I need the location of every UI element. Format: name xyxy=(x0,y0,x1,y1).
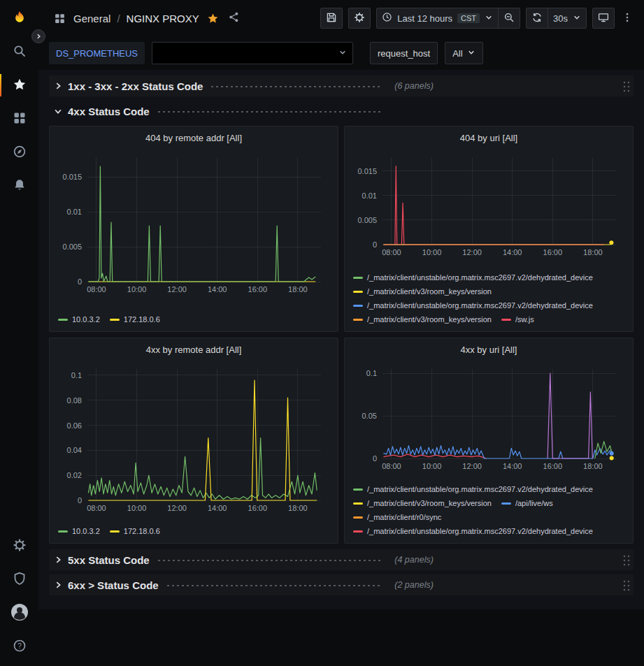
refresh-button[interactable] xyxy=(526,8,548,29)
sidebar-item-explore[interactable] xyxy=(0,136,38,169)
dashboard-settings-button[interactable] xyxy=(348,8,371,29)
refresh-interval-label: 30s xyxy=(553,13,568,24)
series-color-swatch xyxy=(501,502,511,505)
sidebar-item-profile[interactable] xyxy=(0,596,38,630)
sidebar-item-dashboards[interactable] xyxy=(0,102,38,136)
sidebar-item-help[interactable]: ? xyxy=(0,630,38,663)
legend-item[interactable]: /_matrix/client/unstable/org.matrix.msc2… xyxy=(353,271,593,284)
clock-icon xyxy=(382,12,392,24)
row-drag-handle[interactable] xyxy=(622,80,631,92)
svg-text:10:00: 10:00 xyxy=(422,462,442,470)
favorite-star-button[interactable] xyxy=(206,11,220,26)
sidebar-item-settings[interactable] xyxy=(0,529,38,563)
grafana-flame-icon xyxy=(10,10,29,30)
chart-area: 00.0050.010.01508:0010:0012:0014:0016:00… xyxy=(57,147,331,297)
legend-item[interactable]: 172.18.0.6 xyxy=(110,525,160,537)
legend-label: /_matrix/client/v3/room_keys/version xyxy=(367,497,492,509)
row-dotted-leader xyxy=(210,85,380,88)
time-range-picker[interactable]: Last 12 hours CST xyxy=(376,8,499,29)
gear-icon xyxy=(13,538,27,554)
chevron-right-icon xyxy=(35,31,42,42)
panel-title[interactable]: 4xx by remote addr [All] xyxy=(57,341,331,359)
legend-label: 172.18.0.6 xyxy=(124,313,160,326)
svg-text:16:00: 16:00 xyxy=(248,504,268,512)
dashboards-grid-icon xyxy=(52,11,67,26)
refresh-interval-picker[interactable]: 30s xyxy=(548,8,587,29)
compass-icon xyxy=(13,145,27,161)
panel-4xx-by-uri: 4xx by uri [All] 00.050.108:0010:0012:00… xyxy=(344,338,634,544)
cycle-view-mode-button[interactable] xyxy=(592,8,615,29)
panel-title[interactable]: 404 by remote addr [All] xyxy=(57,129,331,147)
sidebar-item-starred[interactable] xyxy=(0,68,38,102)
toolbar: Last 12 hours CST xyxy=(320,8,634,29)
breadcrumb-section[interactable]: General xyxy=(73,13,110,24)
datasource-select[interactable] xyxy=(152,42,353,64)
magnifier-minus-icon xyxy=(503,12,515,25)
panel-title[interactable]: 4xx by uri [All] xyxy=(352,341,626,359)
time-range-label: Last 12 hours xyxy=(397,13,452,24)
row-drag-handle[interactable] xyxy=(622,554,631,566)
legend-item[interactable]: /_matrix/client/unstable/org.matrix.msc2… xyxy=(353,525,593,537)
row-collapse-toggle[interactable] xyxy=(52,81,64,91)
zoom-out-button[interactable] xyxy=(499,8,520,29)
series-line xyxy=(383,166,603,245)
legend-item[interactable]: /_matrix/client/v3/room_keys/version xyxy=(353,285,492,298)
legend-item[interactable]: 172.18.0.6 xyxy=(110,313,160,326)
sidebar-item-server-admin[interactable] xyxy=(0,563,38,596)
dashboard-row-4xx[interactable]: 4xx Status Code xyxy=(49,101,634,122)
svg-text:12:00: 12:00 xyxy=(462,248,482,256)
svg-text:08:00: 08:00 xyxy=(382,248,401,256)
series-point xyxy=(610,451,614,456)
request-host-select[interactable]: All xyxy=(445,42,482,64)
svg-text:14:00: 14:00 xyxy=(503,248,522,256)
grid-squares-icon xyxy=(13,111,27,127)
legend-item[interactable]: /_matrix/client/r0/sync xyxy=(353,511,441,523)
series-color-swatch xyxy=(353,291,363,293)
row-collapse-toggle[interactable] xyxy=(52,555,64,565)
grafana-logo[interactable] xyxy=(0,4,38,35)
legend-label: /_matrix/client/unstable/org.matrix.msc2… xyxy=(367,525,593,537)
panel-title[interactable]: 404 by uri [All] xyxy=(352,129,626,147)
dashboard-row-6xx[interactable]: 6xx > Status Code (2 panels) xyxy=(49,574,634,595)
panel-grid: 404 by remote addr [All] 00.0050.010.015… xyxy=(49,126,634,544)
sidebar-expand-button[interactable] xyxy=(31,29,45,43)
legend-item[interactable]: /api/live/ws xyxy=(501,497,553,509)
panel-legend: /_matrix/client/unstable/org.matrix.msc2… xyxy=(352,482,626,539)
series-line xyxy=(595,442,612,458)
request-host-variable-label[interactable]: request_host xyxy=(370,42,438,64)
row-drag-handle[interactable] xyxy=(622,579,631,591)
datasource-variable-label[interactable]: DS_PROMETHEUS xyxy=(49,42,145,64)
svg-text:0.005: 0.005 xyxy=(62,242,82,251)
legend-item[interactable]: 10.0.3.2 xyxy=(58,313,100,326)
row-title: 1xx - 3xx - 2xx Status Code xyxy=(68,80,203,92)
kebab-menu-button[interactable] xyxy=(620,10,634,27)
row-collapse-toggle[interactable] xyxy=(52,580,64,590)
series-color-swatch xyxy=(353,277,363,279)
save-dashboard-button[interactable] xyxy=(320,8,343,29)
legend-label: /_matrix/client/r0/sync xyxy=(367,511,441,523)
legend-item[interactable]: 10.0.3.2 xyxy=(58,525,100,537)
grafana-app: ? General / NGINX PROXY xyxy=(0,0,644,666)
sidebar-item-alerting[interactable] xyxy=(0,169,38,203)
legend-item[interactable]: /_matrix/client/unstable/org.matrix.msc2… xyxy=(353,299,593,312)
svg-text:08:00: 08:00 xyxy=(87,504,106,512)
search-icon xyxy=(13,44,27,60)
legend-item[interactable]: /_matrix/client/v3/room_keys/version xyxy=(353,313,492,326)
row-collapse-toggle[interactable] xyxy=(52,106,64,116)
svg-text:14:00: 14:00 xyxy=(208,504,227,512)
legend-item[interactable]: /_matrix/client/unstable/org.matrix.msc2… xyxy=(353,483,593,495)
legend-item[interactable]: /_matrix/client/v3/room_keys/version xyxy=(353,497,492,509)
row-panel-count: (2 panels) xyxy=(394,580,434,590)
dashboard-row-5xx[interactable]: 5xx Status Code (4 panels) xyxy=(49,549,634,570)
dashboard-row-1xx-3xx-2xx[interactable]: 1xx - 3xx - 2xx Status Code (6 panels) xyxy=(49,75,634,96)
floppy-disk-icon xyxy=(326,12,337,25)
share-button[interactable] xyxy=(227,10,241,27)
legend-item[interactable]: /sw.js xyxy=(501,313,534,326)
gear-icon xyxy=(354,12,365,25)
side-menu: ? xyxy=(0,0,38,666)
breadcrumb-separator: / xyxy=(117,13,120,24)
panel-legend: 10.0.3.2172.18.0.6 xyxy=(57,523,331,539)
time-series-chart: 00.050.108:0010:0012:0014:0016:0018:00 xyxy=(352,359,626,474)
request-host-value: All xyxy=(452,48,462,59)
panel-404-by-uri: 404 by uri [All] 00.0050.010.01508:0010:… xyxy=(344,126,634,332)
